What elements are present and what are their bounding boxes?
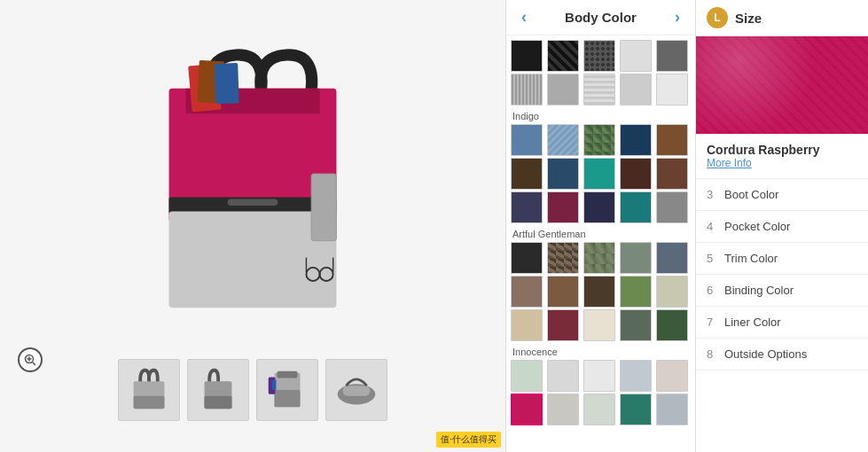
swatch[interactable] xyxy=(547,394,579,425)
thumbnail-2[interactable] xyxy=(187,359,249,421)
swatch[interactable] xyxy=(583,40,615,72)
color-swatches-panel: ‹ Body Color › Indigo xyxy=(505,0,696,452)
swatch[interactable] xyxy=(583,74,615,105)
swatch[interactable] xyxy=(656,74,688,105)
swatch[interactable] xyxy=(583,394,615,425)
thumb-bag-1 xyxy=(123,364,175,416)
thumbnail-1[interactable] xyxy=(118,359,180,421)
swatch[interactable] xyxy=(547,158,579,190)
swatch[interactable] xyxy=(511,40,543,72)
swatch[interactable] xyxy=(583,309,615,341)
swatch[interactable] xyxy=(511,360,543,392)
svg-rect-28 xyxy=(343,386,371,396)
swatch[interactable] xyxy=(656,242,688,274)
swatch[interactable] xyxy=(620,40,652,72)
swatch[interactable] xyxy=(656,40,688,72)
swatch[interactable] xyxy=(547,360,579,392)
swatch-group-1 xyxy=(511,124,691,223)
swatches-container: Indigo Artful Gentleman xyxy=(506,35,695,452)
watermark: 值·什么值得买 xyxy=(436,432,501,448)
swatch-group-0 xyxy=(511,40,691,105)
option-number-8: 8 xyxy=(707,347,717,361)
swatch[interactable] xyxy=(511,242,543,274)
swatch[interactable] xyxy=(656,360,688,392)
swatch[interactable] xyxy=(620,394,652,425)
swatch[interactable] xyxy=(583,360,615,392)
svg-rect-4 xyxy=(311,174,336,241)
swatch[interactable] xyxy=(656,276,688,308)
swatch[interactable] xyxy=(547,124,579,156)
svg-line-15 xyxy=(33,362,36,366)
thumbnail-3[interactable] xyxy=(256,359,318,421)
next-arrow[interactable]: › xyxy=(669,9,686,27)
option-label-trim-color: Trim Color xyxy=(724,252,778,265)
swatch[interactable] xyxy=(583,158,615,190)
swatch[interactable] xyxy=(583,191,615,223)
product-image-panel: 值·什么值得买 xyxy=(0,0,505,452)
bag-illustration xyxy=(111,40,395,341)
right-panel: L Size Cordura Raspberry More Info 3 Boo… xyxy=(696,0,868,452)
option-pocket-color[interactable]: 4 Pocket Color xyxy=(696,211,868,243)
option-label-liner-color: Liner Color xyxy=(724,316,781,329)
swatch[interactable] xyxy=(656,124,688,156)
swatch[interactable] xyxy=(511,158,543,190)
swatch[interactable] xyxy=(583,242,615,274)
swatch[interactable] xyxy=(620,191,652,223)
swatch[interactable] xyxy=(547,276,579,308)
option-number-5: 5 xyxy=(707,252,717,265)
option-number-6: 6 xyxy=(707,284,717,297)
swatch[interactable] xyxy=(547,40,579,72)
swatch[interactable] xyxy=(656,309,688,341)
option-label-boot-color: Boot Color xyxy=(724,188,778,201)
swatch[interactable] xyxy=(620,360,652,392)
svg-rect-26 xyxy=(272,379,277,390)
size-badge: L xyxy=(707,7,728,28)
swatch[interactable] xyxy=(620,309,652,341)
swatch[interactable] xyxy=(656,191,688,223)
swatch[interactable] xyxy=(511,124,543,156)
size-label: Size xyxy=(735,11,762,26)
prev-arrow[interactable]: ‹ xyxy=(515,9,533,27)
zoom-icon xyxy=(24,354,36,366)
option-label-outside-options: Outside Options xyxy=(724,347,807,361)
option-trim-color[interactable]: 5 Trim Color xyxy=(696,243,868,275)
swatch[interactable] xyxy=(620,158,652,190)
option-liner-color[interactable]: 7 Liner Color xyxy=(696,307,868,339)
option-number-4: 4 xyxy=(707,220,717,233)
svg-rect-8 xyxy=(215,63,239,104)
swatch[interactable] xyxy=(620,276,652,308)
swatch[interactable] xyxy=(620,242,652,274)
svg-rect-19 xyxy=(134,396,165,409)
swatch[interactable] xyxy=(620,124,652,156)
main-product-image xyxy=(102,31,403,350)
swatch[interactable] xyxy=(656,394,688,425)
option-number-7: 7 xyxy=(707,316,717,329)
svg-rect-5 xyxy=(228,199,278,206)
swatch[interactable] xyxy=(620,74,652,105)
color-panel-title: Body Color xyxy=(565,10,637,25)
swatch[interactable] xyxy=(547,191,579,223)
swatch[interactable] xyxy=(656,158,688,190)
swatch[interactable] xyxy=(511,276,543,308)
swatch[interactable] xyxy=(547,242,579,274)
thumb-bag-3 xyxy=(262,364,313,416)
swatch[interactable] xyxy=(583,124,615,156)
swatch[interactable] xyxy=(511,191,543,223)
thumb-bag-4 xyxy=(331,364,382,416)
swatch-raspberry-selected[interactable] xyxy=(511,394,543,425)
option-binding-color[interactable]: 6 Binding Color xyxy=(696,275,868,307)
thumbnail-4[interactable] xyxy=(325,359,387,421)
more-info-link[interactable]: More Info xyxy=(707,157,857,169)
color-preview-swatch xyxy=(696,36,868,134)
swatch-group-label-artful: Artful Gentleman xyxy=(512,229,689,239)
option-outside-options[interactable]: 8 Outside Options xyxy=(696,339,868,370)
swatch[interactable] xyxy=(511,74,543,105)
zoom-button[interactable] xyxy=(18,347,43,372)
swatch[interactable] xyxy=(547,74,579,105)
swatch-group-3 xyxy=(511,360,691,425)
thumb-bag-2 xyxy=(192,364,244,416)
swatch[interactable] xyxy=(583,276,615,308)
option-boot-color[interactable]: 3 Boot Color xyxy=(696,179,868,211)
swatch[interactable] xyxy=(547,309,579,341)
swatch[interactable] xyxy=(511,309,543,341)
